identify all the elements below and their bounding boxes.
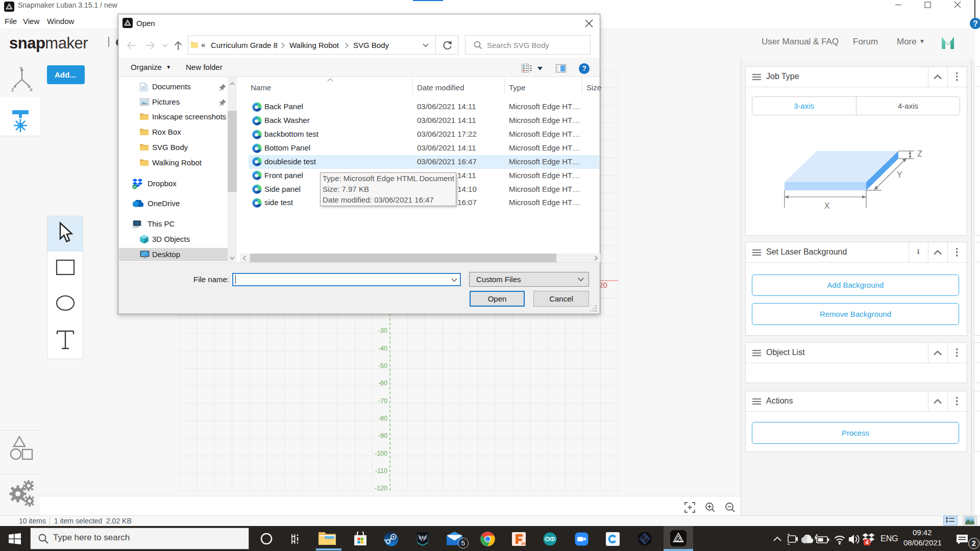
svg-text:-100: -100 [375,450,387,457]
svg-text:-30: -30 [378,327,387,334]
svg-text:X: X [30,87,33,92]
svg-text:X: X [824,202,830,210]
svg-text:Y: Y [19,66,22,71]
svg-text:-40: -40 [378,345,387,352]
svg-text:-80: -80 [378,415,387,422]
svg-text:360: 360 [521,542,526,545]
svg-text:Z: Z [11,87,14,92]
svg-text:Z: Z [917,149,922,158]
svg-text:-120: -120 [375,485,387,492]
svg-text:4: 4 [866,540,869,545]
svg-text:-90: -90 [378,432,387,439]
svg-text:-110: -110 [375,467,387,474]
svg-text:-50: -50 [378,362,387,369]
svg-text:-60: -60 [378,380,387,387]
svg-text:-70: -70 [378,397,387,405]
svg-text:Y: Y [897,170,902,179]
